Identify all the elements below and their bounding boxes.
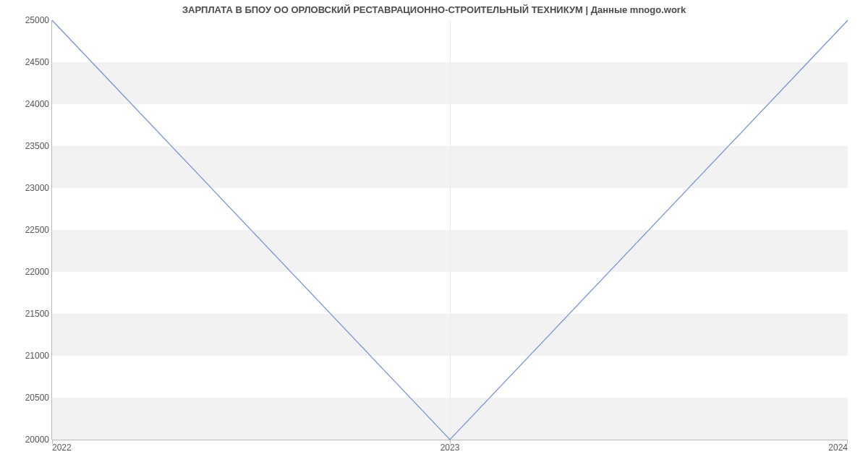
x-tick-label: 2023 [441,443,460,453]
y-tick-label: 22000 [13,267,49,277]
y-tick-label: 21500 [13,309,49,319]
y-tick-label: 20000 [13,435,49,445]
y-tick-label: 25000 [13,15,49,25]
salary-line-chart: ЗАРПЛАТА В БПОУ ОО ОРЛОВСКИЙ РЕСТАВРАЦИО… [0,0,868,470]
x-tick-label: 2024 [828,443,848,453]
data-line [52,20,848,440]
y-tick-label: 21000 [13,351,49,361]
y-tick-label: 24000 [13,99,49,109]
y-tick-label: 23000 [13,183,49,193]
chart-title: ЗАРПЛАТА В БПОУ ОО ОРЛОВСКИЙ РЕСТАВРАЦИО… [0,4,868,15]
y-tick-label: 24500 [13,57,49,67]
plot-area: 20000 20500 21000 21500 22000 22500 2300… [52,20,848,440]
y-tick-label: 23500 [13,141,49,151]
x-tick-label: 2022 [52,443,72,453]
y-tick-label: 22500 [13,225,49,235]
y-tick-label: 20500 [13,393,49,403]
